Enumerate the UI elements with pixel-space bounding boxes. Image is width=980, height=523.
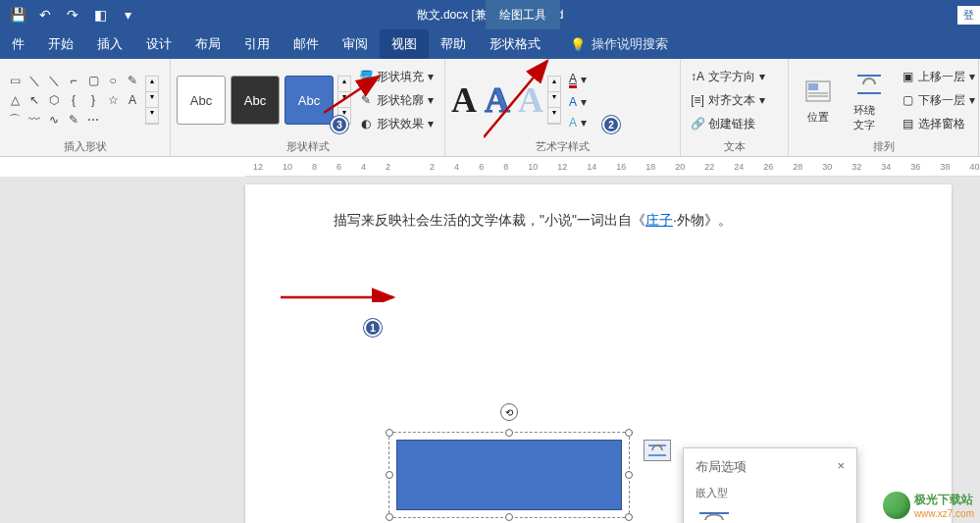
wrap-inline[interactable] [696, 506, 733, 523]
layout-popup-title: 布局选项 [696, 458, 747, 476]
layout-options-popup: 布局选项 × 嵌入型 文字环绕 [683, 447, 857, 523]
group-shape-styles: Abc Abc Abc ▴▾▾ 🪣 形状填充▾ ✎ 形状轮廓▾ ◐ 形状效果▾ [171, 59, 445, 156]
position-dropdown[interactable]: 位置 [795, 72, 842, 129]
undo-icon[interactable]: ↶ [37, 7, 53, 23]
layout-options-button[interactable] [644, 440, 671, 461]
shape-line-icon[interactable]: ＼ [26, 72, 43, 89]
shape-star-icon[interactable]: ☆ [104, 91, 122, 109]
selected-rectangle-shape[interactable] [396, 440, 622, 510]
ruler-tick: 20 [675, 162, 685, 172]
redo-icon[interactable]: ↷ [65, 7, 80, 23]
send-backward-button[interactable]: ▢ 下移一层▾ [897, 90, 979, 111]
ruler-tick: 10 [283, 162, 292, 172]
quick-access-toolbar: 💾 ↶ ↷ ◧ ▾ [0, 7, 135, 23]
tab-layout[interactable]: 布局 [183, 29, 232, 59]
selection-pane-button[interactable]: ▤ 选择窗格 [897, 114, 979, 134]
gallery-scroller[interactable]: ▴▾▾ [145, 76, 159, 125]
shape-hexagon-icon[interactable]: ⬡ [45, 91, 63, 109]
wordart-preset-1[interactable]: A [451, 79, 477, 121]
lightbulb-icon: 💡 [570, 37, 586, 52]
login-button[interactable]: 登 [957, 6, 980, 25]
style-preset-black[interactable]: Abc [231, 76, 280, 125]
wordart-gallery[interactable]: A A A [451, 79, 543, 121]
bring-forward-icon: ▣ [901, 70, 914, 83]
shape-textbox-icon[interactable]: ▭ [6, 72, 24, 89]
ruler-tick: 4 [361, 162, 366, 172]
ruler-tick: 10 [528, 162, 538, 172]
horizontal-ruler[interactable]: 1210864224681012141618202224262830323436… [245, 157, 980, 177]
shape-rect-icon[interactable]: ▢ [84, 72, 102, 89]
text-direction-dropdown[interactable]: ↕A 文字方向▾ [687, 67, 769, 87]
shape-triangle-icon[interactable]: △ [6, 91, 24, 109]
group-text: ↕A 文字方向▾ [≡] 对齐文本▾ 🔗 创建链接 文本 [681, 59, 789, 156]
ruler-tick: 40 [969, 162, 979, 172]
tab-insert[interactable]: 插入 [85, 29, 134, 59]
tab-design[interactable]: 设计 [134, 29, 183, 59]
ruler-tick: 4 [454, 162, 459, 172]
ruler-tick: 30 [822, 162, 832, 172]
shape-brace-icon[interactable]: { [65, 91, 82, 109]
ruler-tick: 12 [557, 162, 567, 172]
body-text[interactable]: 描写来反映社会生活的文学体裁，"小说"一词出自《庄子·外物》。 [334, 208, 873, 233]
shapes-gallery[interactable]: ▭ ＼ ＼ ⌐ ▢ ○ ✎ △ ↖ ⬡ { } ☆ A ⌒ 〰 ∿ ✎ ⋯ [6, 72, 141, 129]
shape-curve-icon[interactable]: ⌒ [6, 111, 24, 129]
ribbon: ▭ ＼ ＼ ⌐ ▢ ○ ✎ △ ↖ ⬡ { } ☆ A ⌒ 〰 ∿ ✎ ⋯ [0, 59, 980, 157]
effects-icon: ◐ [359, 117, 373, 131]
titlebar: 💾 ↶ ↷ ◧ ▾ 散文.docx [兼容模式] - Word 绘图工具 登 [0, 0, 980, 29]
new-icon[interactable]: ▾ [120, 7, 135, 23]
tab-references[interactable]: 引用 [232, 29, 282, 59]
svg-rect-1 [808, 83, 818, 90]
group-wordart-styles: A A A ▴▾▾ A▾ A▾ A▾ 艺术字样式 [445, 59, 681, 156]
tab-view[interactable]: 视图 [380, 29, 429, 59]
touch-icon[interactable]: ◧ [92, 7, 108, 23]
save-icon[interactable]: 💾 [10, 7, 26, 23]
align-text-dropdown[interactable]: [≡] 对齐文本▾ [687, 90, 769, 111]
shape-effects-dropdown[interactable]: ◐ 形状效果▾ [355, 114, 438, 134]
tab-home[interactable]: 开始 [36, 29, 85, 59]
wordart-preset-3[interactable]: A [518, 79, 543, 121]
shape-wave-icon[interactable]: 〰 [26, 111, 43, 129]
wrap-text-icon [853, 69, 885, 100]
body-link[interactable]: 庄子 [645, 212, 673, 228]
ruler-tick: 12 [253, 162, 263, 172]
link-icon: 🔗 [691, 117, 704, 131]
bucket-icon: 🪣 [359, 70, 373, 83]
shape-line2-icon[interactable]: ＼ [45, 72, 63, 89]
ruler-tick: 16 [616, 162, 626, 172]
shape-brace2-icon[interactable]: } [84, 91, 102, 109]
shape-text-icon[interactable]: A [124, 91, 141, 109]
wordart-gallery-scroller[interactable]: ▴▾▾ [547, 76, 561, 125]
create-link-button[interactable]: 🔗 创建链接 [687, 114, 769, 134]
tell-me-search[interactable]: 💡 操作说明搜索 [552, 35, 668, 53]
ruler-tick: 28 [793, 162, 802, 172]
shape-freeform-icon[interactable]: ∿ [45, 111, 63, 129]
tab-review[interactable]: 审阅 [331, 29, 380, 59]
wrap-text-dropdown[interactable]: 环绕文字 [846, 65, 893, 136]
ruler-tick: 32 [851, 162, 861, 172]
shape-arrow-icon[interactable]: ↖ [26, 91, 43, 109]
shape-outline-dropdown[interactable]: ✎ 形状轮廓▾ [355, 90, 438, 111]
annotation-bullet-1: 1 [364, 319, 382, 337]
tab-shape-format[interactable]: 形状格式 [478, 29, 552, 59]
shape-scribble-icon[interactable]: ✎ [65, 111, 82, 129]
shape-circle-icon[interactable]: ○ [104, 72, 122, 89]
watermark-logo: 极光下载站 www.xz7.com [883, 492, 974, 519]
style-preset-blue[interactable]: Abc [284, 76, 334, 125]
ruler-tick: 14 [587, 162, 596, 172]
shape-style-gallery[interactable]: Abc Abc Abc [177, 76, 334, 125]
text-effects-dropdown[interactable]: A▾ [565, 114, 591, 131]
close-icon[interactable]: × [837, 458, 845, 476]
tab-file[interactable]: 件 [0, 29, 36, 59]
shape-more-icon[interactable]: ⋯ [84, 111, 102, 129]
shape-edit-icon[interactable]: ✎ [124, 72, 141, 89]
wordart-preset-2[interactable]: A [485, 79, 510, 121]
tab-help[interactable]: 帮助 [429, 29, 478, 59]
logo-icon [883, 492, 910, 519]
text-fill-dropdown[interactable]: A▾ [565, 70, 591, 90]
shape-connector-icon[interactable]: ⌐ [65, 72, 82, 89]
text-outline-dropdown[interactable]: A▾ [565, 93, 591, 111]
shape-fill-dropdown[interactable]: 🪣 形状填充▾ [355, 67, 438, 87]
bring-forward-button[interactable]: ▣ 上移一层▾ [897, 67, 979, 87]
tab-mailings[interactable]: 邮件 [282, 29, 331, 59]
style-preset-white[interactable]: Abc [177, 76, 226, 125]
